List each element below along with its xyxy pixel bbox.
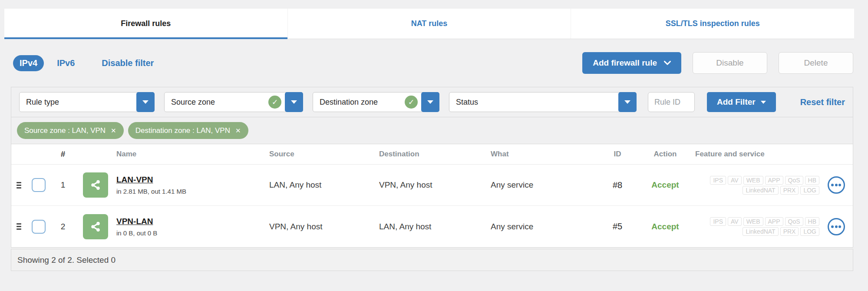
tab-firewall-rules[interactable]: Firewall rules xyxy=(4,9,287,39)
feature-badges: IPS AV WEB APP QoS HB LinkedNAT PRX LOG xyxy=(693,217,819,236)
filter-chips-row: Source zone : LAN, VPN ✕ Destination zon… xyxy=(11,117,853,144)
badge-linkednat: LinkedNAT xyxy=(743,186,778,195)
check-circle-icon: ✓ xyxy=(268,96,281,109)
badge-qos: QoS xyxy=(785,176,803,185)
rule-what: Any service xyxy=(491,222,598,231)
badge-prx: PRX xyxy=(780,227,799,236)
badge-hb: HB xyxy=(805,217,819,226)
toolbar-actions: Add firewall rule Disable Delete xyxy=(582,52,853,74)
rule-action: Accept xyxy=(637,222,693,231)
badge-av: AV xyxy=(728,217,742,226)
ipv6-toggle[interactable]: IPv6 xyxy=(57,58,75,68)
header-num: # xyxy=(51,149,75,159)
rule-what: Any service xyxy=(491,180,598,190)
dropdown-label: Rule type xyxy=(20,98,136,107)
chip-label: Destination zone : LAN, VPN xyxy=(135,126,230,135)
reset-filter-link[interactable]: Reset filter xyxy=(800,97,845,107)
caret-down-icon xyxy=(142,100,149,104)
table-row: 1 LAN-VPN in 2.81 MB, out 1.41 MB LAN, A… xyxy=(11,165,853,206)
add-filter-button[interactable]: Add Filter xyxy=(707,92,776,112)
status-dropdown[interactable]: Status xyxy=(449,92,637,112)
badge-web: WEB xyxy=(743,176,763,185)
table-header-row: # Name Source Destination What ID Action… xyxy=(11,144,853,165)
tab-label: SSL/TLS inspection rules xyxy=(666,19,760,28)
rule-name-link[interactable]: LAN-VPN xyxy=(116,175,153,185)
header-name: Name xyxy=(116,150,269,159)
feature-badges: IPS AV WEB APP QoS HB LinkedNAT PRX LOG xyxy=(693,176,819,195)
rule-source: LAN, Any host xyxy=(269,180,379,190)
badge-qos: QoS xyxy=(785,217,803,226)
chip-label: Source zone : LAN, VPN xyxy=(24,126,106,135)
ipv4-toggle[interactable]: IPv4 xyxy=(13,55,44,71)
rule-id-input[interactable] xyxy=(648,92,695,112)
header-destination: Destination xyxy=(379,150,491,159)
firewall-rules-table: # Name Source Destination What ID Action… xyxy=(11,144,853,248)
caret-down-icon xyxy=(624,100,630,104)
tab-ssl-tls-inspection-rules[interactable]: SSL/TLS inspection rules xyxy=(571,9,854,39)
rule-destination: LAN, Any host xyxy=(379,222,491,231)
close-icon[interactable]: ✕ xyxy=(235,127,241,135)
badge-hb: HB xyxy=(805,176,819,185)
filter-chip-source-zone: Source zone : LAN, VPN ✕ xyxy=(17,122,124,139)
badge-app: APP xyxy=(765,176,783,185)
row-number: 2 xyxy=(51,222,75,231)
badge-log: LOG xyxy=(800,227,819,236)
caret-down-icon xyxy=(291,100,297,104)
chevron-down-icon xyxy=(664,61,671,65)
badge-av: AV xyxy=(728,176,742,185)
drag-handle-icon[interactable] xyxy=(17,182,21,188)
tab-nat-rules[interactable]: NAT rules xyxy=(287,9,571,39)
share-network-icon xyxy=(83,214,108,239)
drag-handle-icon[interactable] xyxy=(17,223,21,230)
header-source: Source xyxy=(269,150,379,159)
dropdown-open-button[interactable] xyxy=(421,92,439,112)
badge-prx: PRX xyxy=(780,186,799,195)
delete-button[interactable]: Delete xyxy=(779,52,853,74)
dropdown-label: Status xyxy=(449,98,618,107)
row-actions-menu-icon[interactable] xyxy=(828,218,845,235)
caret-down-icon xyxy=(761,101,766,104)
caret-down-icon xyxy=(427,100,433,104)
tab-label: NAT rules xyxy=(411,19,448,28)
disable-filter-link[interactable]: Disable filter xyxy=(102,58,154,68)
dropdown-label: Destination zone xyxy=(313,98,405,107)
row-number: 1 xyxy=(51,180,75,190)
rule-action: Accept xyxy=(637,180,693,190)
header-what: What xyxy=(491,150,598,159)
rule-traffic: in 0 B, out 0 B xyxy=(116,229,269,237)
badge-web: WEB xyxy=(743,217,763,226)
header-id: ID xyxy=(598,150,637,159)
rule-traffic: in 2.81 MB, out 1.41 MB xyxy=(116,188,269,195)
add-firewall-rule-label: Add firewall rule xyxy=(593,58,657,68)
dropdown-open-button[interactable] xyxy=(618,92,637,112)
rule-type-dropdown[interactable]: Rule type xyxy=(19,92,155,112)
destination-zone-dropdown[interactable]: Destination zone ✓ xyxy=(313,92,439,112)
rule-name-link[interactable]: VPN-LAN xyxy=(116,217,153,226)
showing-summary: Showing 2 of 2. Selected 0 xyxy=(17,255,116,265)
rule-id: #8 xyxy=(598,180,637,190)
dropdown-open-button[interactable] xyxy=(136,92,155,112)
rule-source: VPN, Any host xyxy=(269,222,379,231)
filter-bar: Rule type Source zone ✓ Destination zone… xyxy=(11,87,853,117)
add-firewall-rule-button[interactable]: Add firewall rule xyxy=(582,52,681,74)
badge-app: APP xyxy=(765,217,783,226)
filter-chip-destination-zone: Destination zone : LAN, VPN ✕ xyxy=(128,122,248,139)
tab-bar: Firewall rules NAT rules SSL/TLS inspect… xyxy=(4,9,854,39)
close-icon[interactable]: ✕ xyxy=(111,127,116,135)
source-zone-dropdown[interactable]: Source zone ✓ xyxy=(164,92,303,112)
row-checkbox[interactable] xyxy=(32,220,46,234)
dropdown-open-button[interactable] xyxy=(285,92,303,112)
badge-linkednat: LinkedNAT xyxy=(743,227,778,236)
row-checkbox[interactable] xyxy=(32,178,46,192)
toolbar: IPv4 IPv6 Disable filter Add firewall ru… xyxy=(11,39,853,87)
table-footer: Showing 2 of 2. Selected 0 xyxy=(11,249,853,271)
share-network-icon xyxy=(83,172,108,198)
disable-button[interactable]: Disable xyxy=(693,52,767,74)
header-action: Action xyxy=(637,150,693,159)
rule-id: #5 xyxy=(598,222,637,231)
table-row: 2 VPN-LAN in 0 B, out 0 B VPN, Any host … xyxy=(11,206,853,247)
tab-label: Firewall rules xyxy=(121,19,171,28)
dropdown-label: Source zone xyxy=(165,98,268,107)
check-circle-icon: ✓ xyxy=(405,96,418,109)
row-actions-menu-icon[interactable] xyxy=(828,176,845,194)
